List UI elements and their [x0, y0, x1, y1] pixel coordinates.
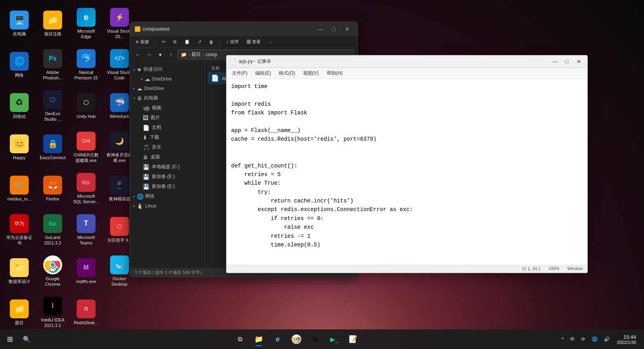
menu-edit[interactable]: 编辑(E) [251, 69, 275, 78]
menu-format[interactable]: 格式(O) [275, 69, 299, 78]
adobe-label: Adobe Photosh... [39, 70, 66, 81]
sidebar-local-c-label: 本地磁盘 (C:) [152, 163, 180, 170]
start-icon: ⊞ [7, 335, 13, 343]
icon-happy[interactable]: 😊 Happy [4, 128, 35, 167]
icon-chrome[interactable]: Google Chrome [37, 252, 68, 291]
sort-button[interactable]: ↕ 排序 [224, 38, 241, 46]
icon-deveco[interactable]: ⬡ DevEco Studio ... [37, 86, 68, 126]
icon-edge[interactable]: e Microsoft Edge [71, 4, 101, 43]
tray-ime[interactable]: 中 [568, 334, 577, 344]
file-explorer-title: composetest [135, 26, 169, 32]
clock-time: 15:44 [617, 334, 636, 340]
network-label: 网络 [15, 72, 24, 78]
up-button[interactable]: ↑ [166, 50, 176, 59]
sidebar-desktop[interactable]: 🖥 桌面 [130, 152, 204, 162]
menu-view[interactable]: 视图(V) [299, 69, 323, 78]
taskbar-notepad[interactable]: 📝 [344, 331, 362, 348]
sidebar-new-vol-e2[interactable]: 💾 新加卷 (E:) [130, 182, 204, 191]
docker-icon: 🐋 [110, 255, 129, 274]
icon-mqtt[interactable]: M mqttfx.exe [71, 252, 101, 291]
icon-firefox[interactable]: 🦊 Firefox [37, 169, 68, 208]
share-button[interactable]: ↗ [195, 38, 204, 46]
taskbar-search-button[interactable]: 🔍 [20, 332, 34, 346]
chiner-label: CHINER元数据建模.exe [73, 152, 99, 163]
start-button[interactable]: ⊞ [0, 329, 20, 349]
close-button[interactable]: ✕ [342, 25, 353, 33]
taskbar-file-explorer[interactable]: 📁 [250, 331, 267, 348]
paste-button[interactable]: 📋 [182, 38, 192, 46]
notepad-content[interactable]: import time import redis from flask impo… [226, 79, 587, 265]
sidebar-videos[interactable]: 📹 视频 [130, 103, 204, 113]
taskbar-chrome[interactable] [288, 331, 305, 348]
menu-file[interactable]: 文件(F) [228, 69, 251, 78]
tray-network[interactable]: 🌐 [589, 335, 600, 343]
dropdown-button[interactable]: ▾ [155, 50, 165, 59]
sidebar-onedrive-personal[interactable]: ▸ ☁ OneDrive [130, 74, 204, 84]
tray-volume[interactable]: 🔊 [602, 335, 612, 343]
recycle-label: 回收站 [13, 114, 26, 119]
window-controls: — □ ✕ [315, 25, 353, 33]
taskbar-edge-icon: e [276, 335, 280, 343]
icon-adobe[interactable]: Ps Adobe Photosh... [37, 45, 68, 84]
icon-this-pc[interactable]: 🖥️ 此电脑 [4, 4, 35, 43]
network-icon: 🌐 [10, 52, 29, 71]
icon-huawei[interactable]: 华为 华为云设备证书 [4, 210, 35, 250]
maximize-button[interactable]: □ [328, 25, 339, 33]
cut-button[interactable]: ✂ [160, 38, 168, 46]
taskbar-store[interactable]: 🛍 [307, 331, 324, 348]
chiner-icon: CHI [77, 132, 96, 151]
icon-mssql[interactable]: SQL Microsoft SQL Server... [71, 169, 101, 208]
taskbar-edge[interactable]: e [269, 331, 286, 348]
taskbar-task-view[interactable]: ⧉ [231, 331, 248, 348]
view-button[interactable]: ☰ 查看 [244, 38, 263, 46]
icon-meiduo[interactable]: 🛒 meiduo_m... [4, 169, 35, 208]
sidebar-downloads[interactable]: ⬇ 下载 [130, 132, 204, 142]
notepad-close-button[interactable]: ✕ [573, 57, 584, 66]
sidebar-onedrive[interactable]: ▸ ☁ OneDrive [130, 84, 204, 93]
sidebar-documents[interactable]: 📄 文档 [130, 123, 204, 132]
taskbar-clock[interactable]: 15:44 2022/1/30 [614, 332, 639, 346]
icon-chiner[interactable]: CHI CHINER元数据建模.exe [71, 128, 101, 167]
notepad-maximize-button[interactable]: □ [561, 57, 572, 66]
icon-recycle[interactable]: ♻ 回收站 [4, 86, 35, 126]
sidebar-local-c[interactable]: 💾 本地磁盘 (C:) [130, 162, 204, 172]
tray-chevron[interactable]: ^ [559, 335, 566, 343]
sidebar-downloads-label: 下载 [150, 134, 159, 141]
sidebar-music-label: 音乐 [152, 144, 161, 151]
sidebar-this-pc[interactable]: ▾ 🖥 此电脑 [130, 93, 204, 103]
sidebar-pictures[interactable]: 🖼 图片 [130, 113, 204, 123]
icon-navicat[interactable]: 🐬 Navicat Premium 15 [71, 45, 101, 84]
menu-help[interactable]: 帮助(H) [323, 69, 347, 78]
new-button[interactable]: ⊕ 新建 [133, 38, 151, 46]
back-button[interactable]: ← [133, 50, 143, 59]
sidebar-onedrive-personal-label: OneDrive [152, 76, 172, 82]
icon-dbdesign[interactable]: 📁 数据库设计 [4, 252, 35, 291]
more-button[interactable]: ··· [266, 39, 274, 46]
sidebar-this-pc-label: 此电脑 [144, 95, 158, 101]
sidebar-network[interactable]: ▸ 🌐 网络 [130, 191, 204, 201]
tray-keyboard-layout[interactable]: 中 [579, 335, 588, 344]
sidebar-linux[interactable]: ▸ 🐧 Linux [130, 201, 204, 211]
taskbar-terminal[interactable]: ▶_ [326, 331, 343, 348]
delete-button[interactable]: 🗑 [207, 39, 216, 46]
icon-teams[interactable]: T Microsoft Teams [71, 210, 101, 250]
sidebar-new-vol-e1-label: 新加卷 (E:) [152, 173, 175, 180]
copy-button[interactable]: ⧉ [171, 38, 179, 46]
minimize-button[interactable]: — [315, 25, 326, 33]
icon-goland[interactable]: Go GoLand 2021.3.2 [37, 210, 68, 250]
sidebar-quick-access[interactable]: ▸ ★ 快速访问 [130, 64, 204, 74]
forward-button[interactable]: → [144, 50, 154, 59]
sidebar-desktop-label: 桌面 [151, 154, 160, 160]
explorer-sidebar: ▸ ★ 快速访问 ▸ ☁ OneDrive ▸ ☁ OneDrive ▾ 🖥 此… [130, 61, 205, 268]
icon-project-migrate[interactable]: 📁 项目迁移 [37, 4, 68, 43]
sidebar-music[interactable]: 🎵 音乐 [130, 142, 204, 152]
icon-network[interactable]: 🌐 网络 [4, 45, 35, 84]
icon-unity[interactable]: ⬡ Unity Hub [71, 86, 101, 126]
icon-ti-folder[interactable]: 📁 题目 [4, 293, 35, 332]
icon-idea[interactable]: I IntelliJ IDEA 2021.3.1 [37, 293, 68, 332]
icon-easyconnect[interactable]: 🔒 EasyConnect [37, 128, 68, 167]
sidebar-new-vol-e1[interactable]: 💾 新加卷 (E:) [130, 172, 204, 182]
redis-icon: R [77, 299, 96, 318]
notepad-minimize-button[interactable]: — [550, 57, 561, 66]
icon-redis[interactable]: R RedisDesk... [71, 293, 101, 332]
